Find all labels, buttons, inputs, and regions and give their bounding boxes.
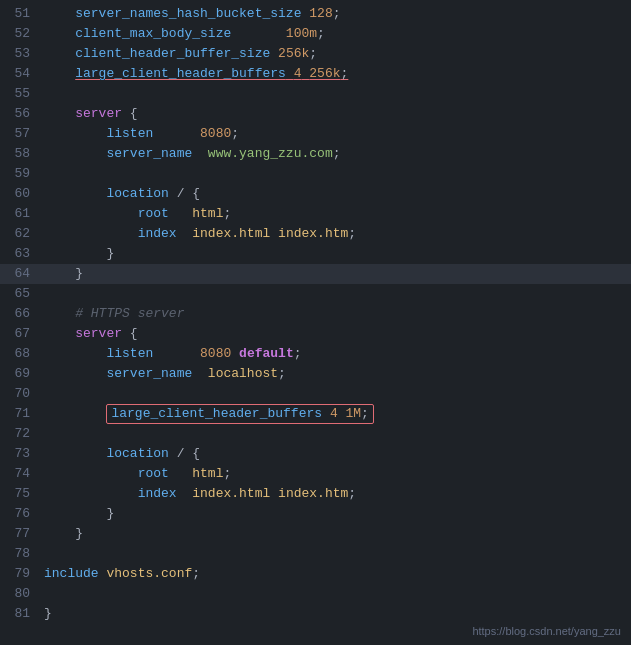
line-number: 75: [0, 484, 42, 504]
line-number: 71: [0, 404, 42, 424]
code-line: 62 index index.html index.htm;: [0, 224, 631, 244]
line-number: 55: [0, 84, 42, 104]
line-content: location / {: [42, 444, 631, 464]
line-content: index index.html index.htm;: [42, 484, 631, 504]
code-line: 71 large_client_header_buffers 4 1M;: [0, 404, 631, 424]
line-content: client_header_buffer_size 256k;: [42, 44, 631, 64]
line-number: 57: [0, 124, 42, 144]
line-content: include vhosts.conf;: [42, 564, 631, 584]
line-content: [42, 164, 631, 184]
code-line: 52 client_max_body_size 100m;: [0, 24, 631, 44]
line-number: 54: [0, 64, 42, 84]
code-line: 79include vhosts.conf;: [0, 564, 631, 584]
line-number: 72: [0, 424, 42, 444]
line-content: }: [42, 504, 631, 524]
code-line: 80: [0, 584, 631, 604]
line-number: 58: [0, 144, 42, 164]
code-line: 64 }: [0, 264, 631, 284]
line-number: 70: [0, 384, 42, 404]
code-line: 73 location / {: [0, 444, 631, 464]
line-number: 63: [0, 244, 42, 264]
line-number: 73: [0, 444, 42, 464]
line-content: server {: [42, 104, 631, 124]
line-content: server_names_hash_bucket_size 128;: [42, 4, 631, 24]
code-line: 55: [0, 84, 631, 104]
line-content: [42, 424, 631, 444]
line-content: location / {: [42, 184, 631, 204]
line-number: 69: [0, 364, 42, 384]
line-number: 56: [0, 104, 42, 124]
code-line: 61 root html;: [0, 204, 631, 224]
line-number: 61: [0, 204, 42, 224]
line-content: }: [42, 524, 631, 544]
line-content: server_name localhost;: [42, 364, 631, 384]
code-line: 72: [0, 424, 631, 444]
line-number: 78: [0, 544, 42, 564]
line-number: 51: [0, 4, 42, 24]
line-content: listen 8080;: [42, 124, 631, 144]
line-number: 52: [0, 24, 42, 44]
line-number: 79: [0, 564, 42, 584]
line-content: large_client_header_buffers 4 1M;: [42, 404, 631, 424]
line-number: 81: [0, 604, 42, 624]
line-number: 62: [0, 224, 42, 244]
line-content: listen 8080 default;: [42, 344, 631, 364]
line-content: [42, 544, 631, 564]
red-box-highlight: large_client_header_buffers 4 1M;: [106, 404, 374, 424]
line-content: [42, 384, 631, 404]
line-number: 64: [0, 264, 42, 284]
code-line: 54 large_client_header_buffers 4 256k;: [0, 64, 631, 84]
code-line: 53 client_header_buffer_size 256k;: [0, 44, 631, 64]
line-content: server_name www.yang_zzu.com;: [42, 144, 631, 164]
line-number: 80: [0, 584, 42, 604]
line-number: 67: [0, 324, 42, 344]
line-number: 68: [0, 344, 42, 364]
line-number: 66: [0, 304, 42, 324]
code-line: 76 }: [0, 504, 631, 524]
line-content: server {: [42, 324, 631, 344]
code-line: 69 server_name localhost;: [0, 364, 631, 384]
code-line: 66 # HTTPS server: [0, 304, 631, 324]
code-line: 67 server {: [0, 324, 631, 344]
code-line: 51 server_names_hash_bucket_size 128;: [0, 4, 631, 24]
line-content: [42, 584, 631, 604]
line-content: [42, 284, 631, 304]
code-line: 70: [0, 384, 631, 404]
code-line: 78: [0, 544, 631, 564]
line-content: # HTTPS server: [42, 304, 631, 324]
line-number: 65: [0, 284, 42, 304]
code-line: 63 }: [0, 244, 631, 264]
line-content: large_client_header_buffers 4 256k;: [42, 64, 631, 84]
line-number: 77: [0, 524, 42, 544]
code-line: 77 }: [0, 524, 631, 544]
line-number: 76: [0, 504, 42, 524]
line-content: root html;: [42, 204, 631, 224]
watermark: https://blog.csdn.net/yang_zzu: [472, 625, 621, 637]
code-line: 81}: [0, 604, 631, 624]
code-line: 57 listen 8080;: [0, 124, 631, 144]
code-line: 75 index index.html index.htm;: [0, 484, 631, 504]
line-content: client_max_body_size 100m;: [42, 24, 631, 44]
line-content: }: [42, 244, 631, 264]
line-content: index index.html index.htm;: [42, 224, 631, 244]
line-number: 59: [0, 164, 42, 184]
code-line: 65: [0, 284, 631, 304]
code-line: 58 server_name www.yang_zzu.com;: [0, 144, 631, 164]
code-line: 60 location / {: [0, 184, 631, 204]
code-line: 68 listen 8080 default;: [0, 344, 631, 364]
code-line: 74 root html;: [0, 464, 631, 484]
line-content: [42, 84, 631, 104]
code-editor: 51 server_names_hash_bucket_size 128;52 …: [0, 0, 631, 645]
line-number: 53: [0, 44, 42, 64]
line-content: }: [42, 604, 631, 624]
code-line: 59: [0, 164, 631, 184]
line-content: }: [42, 264, 631, 284]
line-number: 60: [0, 184, 42, 204]
code-line: 56 server {: [0, 104, 631, 124]
line-content: root html;: [42, 464, 631, 484]
line-number: 74: [0, 464, 42, 484]
